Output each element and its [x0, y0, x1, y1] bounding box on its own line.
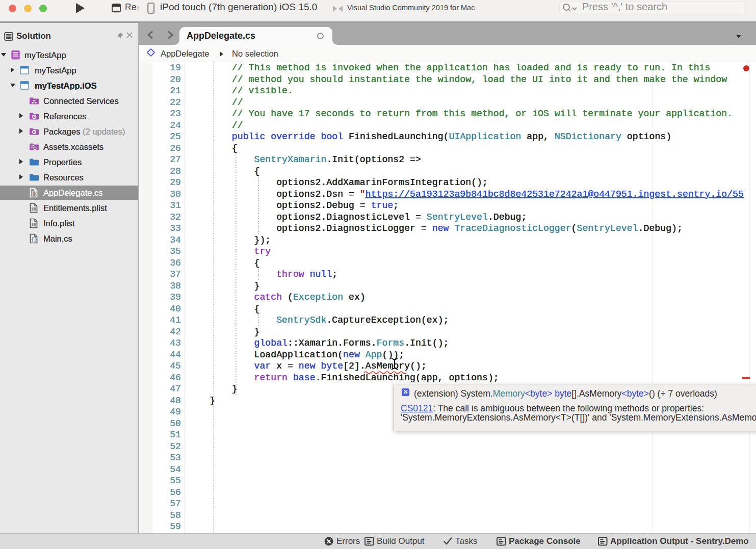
svg-text:{}: {} — [31, 237, 37, 243]
svg-text:{}: {} — [31, 191, 37, 196]
